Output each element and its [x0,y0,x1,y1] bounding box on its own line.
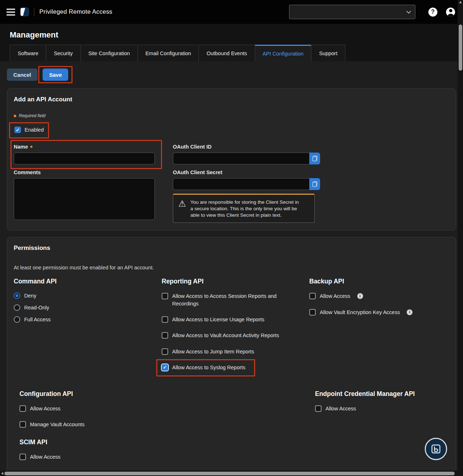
hamburger-menu-icon[interactable] [6,9,15,16]
checkbox-icon [162,316,168,323]
beyondtrust-b-glyph [430,443,442,455]
enabled-label: Enabled [25,127,44,133]
required-field-text: Required field [19,113,45,118]
top-bar: Privileged Remote Access ? [0,0,463,24]
name-label: Name [14,144,155,150]
configuration-api-group: Configuration API Allow Access Manage Va… [14,390,162,469]
help-icon[interactable]: ? [428,8,437,17]
radio-read-only[interactable]: Read-Only [14,304,162,311]
radio-icon [14,316,20,323]
annotation-syslog-highlight: Allow Access to Syslog Reports [156,359,255,376]
management-header: Management Software Security Site Config… [0,24,463,61]
horizontal-scrollbar[interactable] [0,471,458,476]
checkbox-configuration-allow-access[interactable]: Allow Access [19,405,139,412]
annotation-enabled-highlight: Enabled [9,122,49,138]
enabled-checkbox[interactable]: Enabled [14,126,44,133]
comments-textarea[interactable] [14,178,155,220]
main-content: Cancel Save Add an API Account Required … [0,61,463,476]
page-title: Management [10,30,453,40]
checkbox-icon [162,293,168,299]
checkbox-scim-allow-access[interactable]: Allow Access [19,453,139,460]
checkbox-ecm-allow-access[interactable]: Allow Access [315,405,434,412]
reporting-api-title: Reporting API [162,278,309,285]
tab-bar: Software Security Site Configuration Ema… [10,45,453,61]
required-field-note: Required field [14,113,449,118]
oauth-client-secret-input[interactable] [173,178,309,190]
tab-security[interactable]: Security [46,45,80,61]
oauth-client-secret-label: OAuth Client Secret [173,169,449,175]
checkbox-access-session-reports[interactable]: Allow Access to Access Session Reports a… [162,292,281,307]
checkbox-icon [309,309,316,316]
radio-full-access[interactable]: Full Access [14,316,162,323]
info-icon[interactable]: i [407,309,412,315]
radio-selected-icon [14,292,20,299]
checkbox-vault-account-activity-reports[interactable]: Allow Access to Vault Account Activity R… [162,332,281,339]
tab-site-configuration[interactable]: Site Configuration [80,45,138,61]
chevron-down-icon [406,9,411,14]
checkbox-checked-icon [162,364,168,371]
permissions-card: Permissions At least one permission must… [7,237,456,476]
command-api-title: Command API [14,278,162,285]
site-dropdown[interactable] [289,5,415,19]
oauth-client-id-label: OAuth Client ID [173,144,449,150]
checkbox-icon [162,348,168,355]
required-dot-icon [14,115,16,117]
ecm-api-title: Endpoint Credential Manager API [315,390,449,398]
save-button[interactable]: Save [43,69,68,81]
radio-icon [14,304,20,311]
horizontal-scrollbar-thumb[interactable] [4,472,455,475]
scroll-up-arrow-icon[interactable] [459,1,462,3]
configuration-api-title: Configuration API [19,390,162,398]
form-actions: Cancel Save [7,69,456,81]
checkbox-icon [19,405,26,412]
scrollbar-corner [458,471,463,476]
copy-icon [313,181,317,187]
app-title: Privileged Remote Access [39,8,112,16]
tab-email-configuration[interactable]: Email Configuration [137,45,199,61]
tab-api-configuration[interactable]: API Configuration [255,45,312,61]
vertical-scrollbar-thumb[interactable] [459,25,462,71]
checkbox-backup-allow-access[interactable]: Allow Access i [309,292,428,300]
backup-api-group: Backup API Allow Access i Allow Vault En… [309,278,449,325]
required-dot-icon [30,146,32,148]
scroll-left-arrow-icon[interactable] [1,472,3,475]
checkbox-checked-icon [14,127,21,133]
scim-api-title: SCIM API [19,438,162,446]
copy-client-secret-button[interactable] [309,178,320,190]
info-icon[interactable]: i [357,293,363,299]
checkbox-icon [315,405,322,412]
copy-client-id-button[interactable] [309,153,320,164]
cancel-button[interactable]: Cancel [7,69,38,81]
checkbox-icon [162,332,168,339]
add-api-account-card: Add an API Account Required field Enable… [7,88,456,230]
client-secret-warning-text: You are responsible for storing the Clie… [191,199,302,218]
checkbox-syslog-reports[interactable]: Allow Access to Syslog Reports [162,364,245,371]
beyondtrust-watermark-logo [425,438,447,460]
backup-api-title: Backup API [309,278,449,285]
comments-label: Comments [14,169,155,175]
checkbox-manage-vault-accounts[interactable]: Manage Vault Accounts [19,421,139,428]
user-avatar-icon[interactable] [446,8,455,17]
oauth-client-id-input[interactable] [173,153,309,164]
checkbox-icon [309,293,316,299]
name-input[interactable] [14,153,155,164]
checkbox-vault-encryption-key-access[interactable]: Allow Vault Encryption Key Access i [309,309,428,316]
checkbox-icon [19,421,26,428]
vertical-scrollbar[interactable] [458,0,463,476]
tab-support[interactable]: Support [311,45,345,61]
client-secret-warning: ⚠ You are responsible for storing the Cl… [173,194,315,223]
permissions-note: At least one permission must be enabled … [14,265,449,270]
brand-separator [34,8,34,16]
checkbox-license-usage-reports[interactable]: Allow Access to License Usage Reports [162,316,281,323]
endpoint-credential-manager-api-group: Endpoint Credential Manager API Allow Ac… [309,390,449,421]
checkbox-jump-item-reports[interactable]: Allow Access to Jump Item Reports [162,348,281,355]
annotation-name-highlight: Name [10,140,162,169]
tab-software[interactable]: Software [10,45,46,61]
command-api-group: Command API Deny Read-Only Full Access [14,278,162,328]
tab-outbound-events[interactable]: Outbound Events [198,45,255,61]
card-title-add-api-account: Add an API Account [14,96,449,103]
reporting-api-group: Reporting API Allow Access to Access Ses… [162,278,309,380]
brand-logo-icon [20,8,29,16]
copy-icon [313,156,317,161]
radio-deny[interactable]: Deny [14,292,162,299]
